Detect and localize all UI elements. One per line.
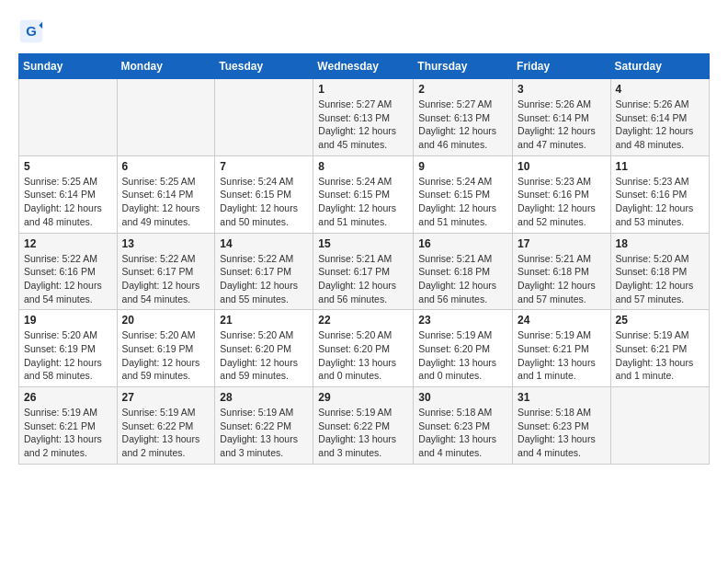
day-info: Sunrise: 5:19 AM Sunset: 6:21 PM Dayligh… [616,328,704,383]
day-number: 29 [318,391,408,404]
logo-icon: G [18,18,44,44]
day-info: Sunrise: 5:20 AM Sunset: 6:19 PM Dayligh… [122,328,210,383]
weekday-header: Sunday [19,54,118,79]
day-number: 20 [122,314,210,327]
calendar-cell: 18Sunrise: 5:20 AM Sunset: 6:18 PM Dayli… [610,233,709,310]
calendar-cell [117,79,215,156]
logo: G [18,18,48,44]
day-number: 5 [24,160,112,173]
calendar-cell: 25Sunrise: 5:19 AM Sunset: 6:21 PM Dayli… [610,310,709,387]
calendar-cell: 28Sunrise: 5:19 AM Sunset: 6:22 PM Dayli… [215,387,313,465]
calendar-cell: 22Sunrise: 5:20 AM Sunset: 6:20 PM Dayli… [313,310,414,387]
calendar-week-row: 5Sunrise: 5:25 AM Sunset: 6:14 PM Daylig… [19,155,710,233]
day-info: Sunrise: 5:26 AM Sunset: 6:14 PM Dayligh… [616,98,704,152]
calendar-cell: 12Sunrise: 5:22 AM Sunset: 6:16 PM Dayli… [19,233,118,310]
calendar-cell: 17Sunrise: 5:21 AM Sunset: 6:18 PM Dayli… [513,233,611,310]
day-info: Sunrise: 5:20 AM Sunset: 6:18 PM Dayligh… [616,252,704,306]
day-number: 25 [616,314,704,327]
day-number: 28 [220,391,308,404]
calendar-cell: 7Sunrise: 5:24 AM Sunset: 6:15 PM Daylig… [215,155,313,233]
day-info: Sunrise: 5:19 AM Sunset: 6:22 PM Dayligh… [318,406,408,460]
svg-text:G: G [26,23,37,39]
day-info: Sunrise: 5:22 AM Sunset: 6:17 PM Dayligh… [220,252,308,306]
calendar-cell: 15Sunrise: 5:21 AM Sunset: 6:17 PM Dayli… [313,233,414,310]
calendar-cell: 1Sunrise: 5:27 AM Sunset: 6:13 PM Daylig… [313,79,414,156]
day-info: Sunrise: 5:20 AM Sunset: 6:19 PM Dayligh… [24,328,112,383]
calendar-cell [215,79,313,156]
day-info: Sunrise: 5:20 AM Sunset: 6:20 PM Dayligh… [220,328,308,383]
day-info: Sunrise: 5:19 AM Sunset: 6:21 PM Dayligh… [24,406,112,460]
calendar-cell: 3Sunrise: 5:26 AM Sunset: 6:14 PM Daylig… [513,79,611,156]
day-number: 3 [518,83,606,96]
day-info: Sunrise: 5:21 AM Sunset: 6:17 PM Dayligh… [318,252,408,306]
day-info: Sunrise: 5:22 AM Sunset: 6:17 PM Dayligh… [122,252,210,306]
day-number: 27 [122,391,210,404]
day-number: 12 [24,237,112,250]
day-number: 2 [418,83,507,96]
calendar-week-row: 12Sunrise: 5:22 AM Sunset: 6:16 PM Dayli… [19,233,710,310]
day-number: 23 [418,314,507,327]
day-number: 9 [418,160,507,173]
day-info: Sunrise: 5:20 AM Sunset: 6:20 PM Dayligh… [318,328,408,383]
weekday-header: Saturday [610,54,709,79]
day-info: Sunrise: 5:26 AM Sunset: 6:14 PM Dayligh… [518,98,606,152]
calendar-cell: 11Sunrise: 5:23 AM Sunset: 6:16 PM Dayli… [610,155,709,233]
day-number: 14 [220,237,308,250]
calendar-cell: 8Sunrise: 5:24 AM Sunset: 6:15 PM Daylig… [313,155,414,233]
day-info: Sunrise: 5:19 AM Sunset: 6:22 PM Dayligh… [122,406,210,460]
day-number: 15 [318,237,408,250]
day-info: Sunrise: 5:24 AM Sunset: 6:15 PM Dayligh… [220,175,308,229]
day-number: 7 [220,160,308,173]
day-number: 30 [418,391,507,404]
calendar-cell: 20Sunrise: 5:20 AM Sunset: 6:19 PM Dayli… [117,310,215,387]
page-header: G [18,18,710,44]
day-info: Sunrise: 5:21 AM Sunset: 6:18 PM Dayligh… [418,252,507,306]
day-number: 21 [220,314,308,327]
weekday-header: Thursday [414,54,513,79]
day-number: 11 [616,160,704,173]
calendar-week-row: 26Sunrise: 5:19 AM Sunset: 6:21 PM Dayli… [19,387,710,465]
weekday-header: Tuesday [215,54,313,79]
calendar-cell: 13Sunrise: 5:22 AM Sunset: 6:17 PM Dayli… [117,233,215,310]
calendar-cell: 24Sunrise: 5:19 AM Sunset: 6:21 PM Dayli… [513,310,611,387]
day-info: Sunrise: 5:27 AM Sunset: 6:13 PM Dayligh… [318,98,408,152]
day-info: Sunrise: 5:18 AM Sunset: 6:23 PM Dayligh… [518,406,606,460]
weekday-header: Friday [513,54,611,79]
day-info: Sunrise: 5:19 AM Sunset: 6:21 PM Dayligh… [518,328,606,383]
day-info: Sunrise: 5:21 AM Sunset: 6:18 PM Dayligh… [518,252,606,306]
calendar-cell: 5Sunrise: 5:25 AM Sunset: 6:14 PM Daylig… [19,155,118,233]
weekday-header: Wednesday [313,54,414,79]
day-number: 13 [122,237,210,250]
day-number: 18 [616,237,704,250]
day-info: Sunrise: 5:24 AM Sunset: 6:15 PM Dayligh… [318,175,408,229]
day-number: 17 [518,237,606,250]
calendar-cell: 9Sunrise: 5:24 AM Sunset: 6:15 PM Daylig… [414,155,513,233]
day-info: Sunrise: 5:25 AM Sunset: 6:14 PM Dayligh… [24,175,112,229]
day-info: Sunrise: 5:27 AM Sunset: 6:13 PM Dayligh… [418,98,507,152]
weekday-header: Monday [117,54,215,79]
calendar-table: SundayMondayTuesdayWednesdayThursdayFrid… [18,53,710,465]
day-info: Sunrise: 5:19 AM Sunset: 6:22 PM Dayligh… [220,406,308,460]
calendar-cell [19,79,118,156]
day-number: 26 [24,391,112,404]
day-info: Sunrise: 5:25 AM Sunset: 6:14 PM Dayligh… [122,175,210,229]
calendar-cell [610,387,709,465]
day-number: 10 [518,160,606,173]
day-number: 16 [418,237,507,250]
calendar-cell: 23Sunrise: 5:19 AM Sunset: 6:20 PM Dayli… [414,310,513,387]
day-number: 22 [318,314,408,327]
calendar-cell: 6Sunrise: 5:25 AM Sunset: 6:14 PM Daylig… [117,155,215,233]
calendar-cell: 14Sunrise: 5:22 AM Sunset: 6:17 PM Dayli… [215,233,313,310]
calendar-cell: 2Sunrise: 5:27 AM Sunset: 6:13 PM Daylig… [414,79,513,156]
day-number: 1 [318,83,408,96]
calendar-week-row: 19Sunrise: 5:20 AM Sunset: 6:19 PM Dayli… [19,310,710,387]
day-info: Sunrise: 5:23 AM Sunset: 6:16 PM Dayligh… [518,175,606,229]
calendar-cell: 19Sunrise: 5:20 AM Sunset: 6:19 PM Dayli… [19,310,118,387]
calendar-cell: 4Sunrise: 5:26 AM Sunset: 6:14 PM Daylig… [610,79,709,156]
calendar-cell: 31Sunrise: 5:18 AM Sunset: 6:23 PM Dayli… [513,387,611,465]
day-info: Sunrise: 5:18 AM Sunset: 6:23 PM Dayligh… [418,406,507,460]
day-number: 24 [518,314,606,327]
day-number: 4 [616,83,704,96]
day-number: 6 [122,160,210,173]
calendar-week-row: 1Sunrise: 5:27 AM Sunset: 6:13 PM Daylig… [19,79,710,156]
